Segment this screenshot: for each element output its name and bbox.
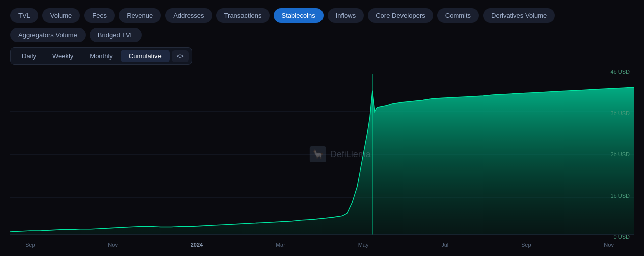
chart-fill	[10, 87, 634, 234]
tab-btn-stablecoins[interactable]: Stablecoins	[274, 8, 324, 23]
tab-btn-aggregators-volume[interactable]: Aggregators Volume	[10, 28, 86, 42]
tab-btn-tvl[interactable]: TVL	[10, 8, 38, 23]
x-axis-labels: SepNov2024MarMayJulSepNov	[10, 240, 634, 248]
tab-btn-volume[interactable]: Volume	[42, 8, 80, 23]
x-label-3: Mar	[276, 242, 285, 248]
tab-btn-addresses[interactable]: Addresses	[165, 8, 212, 23]
x-label-6: Sep	[521, 242, 531, 248]
timeframe-btn-weekly[interactable]: Weekly	[44, 50, 82, 62]
chart-svg	[10, 69, 634, 240]
tab-btn-bridged-tvl[interactable]: Bridged TVL	[90, 28, 142, 42]
x-label-2: 2024	[191, 242, 203, 248]
tab-row-2: Aggregators VolumeBridged TVL	[10, 28, 634, 42]
tab-btn-revenue[interactable]: Revenue	[119, 8, 161, 23]
tab-btn-core-developers[interactable]: Core Developers	[368, 8, 433, 23]
tab-btn-transactions[interactable]: Transactions	[216, 8, 270, 23]
timeframe-btn-daily[interactable]: Daily	[14, 50, 44, 62]
tab-btn-inflows[interactable]: Inflows	[328, 8, 364, 23]
code-embed-button[interactable]: <>	[172, 50, 189, 62]
x-label-7: Nov	[604, 242, 614, 248]
chart-area: 🦙 DefiLlema 4b USD3b USD2b USD1b USD0 US…	[10, 69, 634, 240]
x-label-4: May	[358, 242, 369, 248]
x-label-5: Jul	[441, 242, 448, 248]
tab-btn-derivatives-volume[interactable]: Derivatives Volume	[483, 8, 555, 23]
timeframe-btn-monthly[interactable]: Monthly	[82, 50, 121, 62]
x-label-0: Sep	[25, 242, 35, 248]
main-container: TVLVolumeFeesRevenueAddressesTransaction…	[0, 0, 644, 248]
tab-btn-commits[interactable]: Commits	[437, 8, 479, 23]
x-label-1: Nov	[108, 242, 118, 248]
timeframe-btn-cumulative[interactable]: Cumulative	[121, 50, 170, 62]
timeframe-selector: DailyWeeklyMonthlyCumulative<>	[10, 47, 192, 65]
tab-row-1: TVLVolumeFeesRevenueAddressesTransaction…	[10, 8, 634, 23]
tab-btn-fees[interactable]: Fees	[84, 8, 115, 23]
